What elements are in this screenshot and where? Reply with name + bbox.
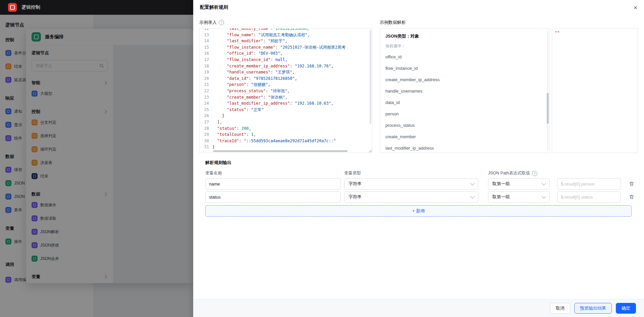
line-number: 25	[200, 107, 209, 113]
json-field-item[interactable]: data_id	[385, 97, 544, 108]
chevron-down-icon	[542, 194, 546, 199]
code-line: "flow_instance_id": null,	[212, 57, 372, 63]
json-field-item[interactable]: office_id	[385, 51, 544, 62]
chevron-down-icon	[470, 194, 475, 199]
line-number: 17	[200, 57, 209, 63]
line-number: 20	[200, 75, 209, 82]
line-number: 13	[200, 32, 209, 38]
editor-code-area[interactable]: "last_modify_time": 1761525235000, "flow…	[212, 28, 372, 150]
line-number: 12	[200, 28, 209, 32]
code-line: "totalCount": 1,	[212, 131, 372, 138]
output-headers: 变量名称 变量类型 JSON Path表达式取值 ?	[205, 170, 638, 176]
cancel-button[interactable]: 取消	[550, 303, 570, 314]
info-icon[interactable]: ?	[532, 171, 537, 176]
trash-icon	[629, 181, 634, 187]
modal-body: 示例录入 ? 121314151617181920212223242526272…	[193, 15, 644, 299]
app-title: 逻辑控制	[21, 4, 40, 10]
line-number: 31	[200, 144, 209, 150]
header-variable-type: 变量类型	[344, 170, 361, 176]
code-line: "process_status": "待审批",	[212, 88, 372, 94]
value-mode-select[interactable]: 取第一组	[488, 191, 550, 203]
line-number: 29	[200, 131, 209, 138]
editor-line-numbers: 1213141516171819202122232425262728293031	[200, 28, 212, 150]
json-field-item[interactable]: person	[385, 108, 544, 119]
header-variable-name: 变量名称	[205, 170, 222, 176]
json-field-item[interactable]: handle_usernames	[385, 85, 544, 97]
line-number: 30	[200, 138, 209, 144]
json-field-list: office_idflow_instance_idcreate_member_i…	[385, 51, 544, 153]
line-number: 27	[200, 119, 209, 125]
line-number: 22	[200, 88, 209, 94]
code-line: "data_id": "978526178126850",	[212, 75, 372, 82]
json-field-item[interactable]: process_status	[385, 119, 544, 131]
value-mode-value: 取第一组	[492, 194, 510, 200]
jsonpath-input[interactable]	[557, 191, 621, 203]
delete-row-button[interactable]	[628, 180, 636, 188]
modal-footer: 取消 预览输出结果 确定	[193, 299, 644, 317]
variable-name-input[interactable]	[205, 178, 341, 190]
code-line: "flow_name": "试用期员工考勤确认流程",	[212, 32, 372, 38]
code-line: "person": "徐丽丽",	[212, 82, 372, 88]
output-section: 解析规则输出 变量名称 变量类型 JSON Path表达式取值 ? 字符串取第一…	[199, 160, 638, 217]
confirm-button[interactable]: 确定	[616, 303, 636, 314]
code-line: "status": "正常"	[212, 107, 372, 113]
value-mode-value: 取第一组	[492, 181, 510, 187]
info-icon[interactable]: ?	[219, 20, 224, 25]
line-number: 14	[200, 38, 209, 44]
json-field-item[interactable]: last_modifier_ip_address	[385, 142, 544, 153]
sample-json-editor[interactable]: 1213141516171819202122232425262728293031…	[199, 28, 372, 153]
close-icon[interactable]: ×	[634, 4, 637, 11]
code-line: }	[212, 144, 372, 150]
chevron-down-icon	[542, 181, 546, 186]
line-number: 28	[200, 125, 209, 132]
screen: 逻辑控制 逻辑节点 控制条件分支结束延迟器响应通知显示组件数据缓存JSONJSO…	[0, 0, 644, 317]
editor-vertical-scrollbar[interactable]	[370, 30, 371, 124]
value-mode-select[interactable]: 取第一组	[488, 178, 550, 190]
header-jsonpath: JSON Path表达式取值 ?	[488, 170, 537, 176]
sample-input-label: 示例录入	[199, 19, 217, 25]
app-logo-icon	[8, 3, 17, 12]
json-type-label: JSON类型：对象	[385, 33, 544, 39]
code-line: "last_modifier": "郑皓宇",	[212, 38, 372, 44]
variable-type-select[interactable]: 字符串	[344, 191, 478, 203]
fields-scrollbar-track	[547, 31, 549, 151]
output-row: 字符串取第一组	[205, 178, 638, 190]
json-fields-box: JSON类型：对象 当前选中： office_idflow_instance_i…	[380, 28, 550, 153]
add-row-button[interactable]: + 新增	[205, 205, 632, 217]
code-line: "handle_usernames": "王梦琪",	[212, 69, 372, 75]
code-line: "last_modifier_ip_address": "192.168.10.…	[212, 100, 372, 107]
json-field-item[interactable]: create_member	[385, 131, 544, 142]
delete-row-button[interactable]	[628, 193, 636, 201]
modal-title: 配置解析规则	[200, 4, 228, 10]
line-number: 21	[200, 82, 209, 88]
preview-output-button[interactable]: 预览输出结果	[574, 303, 612, 314]
value-preview-box: ""	[552, 28, 638, 153]
line-number: 18	[200, 63, 209, 69]
variable-type-value: 字符串	[348, 181, 362, 187]
configure-parse-rules-modal: 配置解析规则 × 示例录入 ? 121314151617181920212223…	[193, 0, 644, 317]
json-field-item[interactable]: create_member_ip_address	[385, 74, 544, 85]
code-line: "create_member": "张语桐",	[212, 94, 372, 101]
line-number: 15	[200, 44, 209, 51]
jsonpath-input[interactable]	[557, 178, 621, 190]
trash-icon	[629, 194, 634, 200]
code-line: "traceId": "::55dd593ca4aeae8e292d71a45d…	[212, 138, 372, 144]
editor-horizontal-scrollbar[interactable]	[213, 150, 347, 152]
code-line: ],	[212, 119, 372, 125]
modal-header: 配置解析规则 ×	[193, 0, 644, 15]
code-line: "status": 200,	[212, 125, 372, 132]
variable-type-select[interactable]: 字符串	[344, 178, 478, 190]
code-line: }	[212, 113, 372, 119]
line-number: 24	[200, 100, 209, 107]
variable-name-input[interactable]	[205, 191, 341, 203]
line-number: 23	[200, 94, 209, 101]
editor-resize-grip[interactable]	[368, 149, 372, 152]
json-field-item[interactable]: flow_instance_id	[385, 62, 544, 74]
code-line: "office_id": "DEV-003",	[212, 50, 372, 57]
parse-result-label: 示例数据解析	[380, 19, 406, 25]
line-number: 16	[200, 50, 209, 57]
current-selected-label: 当前选中：	[385, 43, 544, 49]
fields-scrollbar-thumb[interactable]	[547, 93, 549, 124]
code-line: "create_member_ip_address": "192.168.10.…	[212, 63, 372, 69]
output-row: 字符串取第一组	[205, 191, 638, 203]
